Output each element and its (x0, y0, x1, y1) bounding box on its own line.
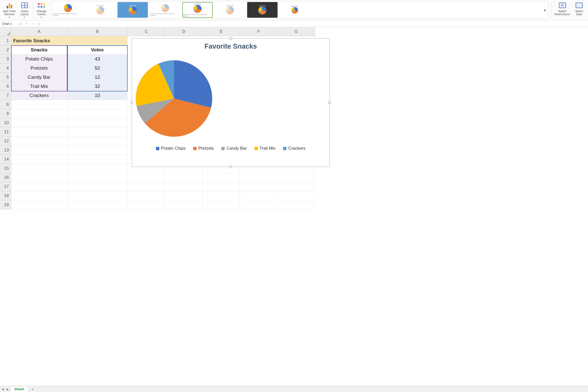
chart-style-2[interactable]: Chart Title (85, 2, 115, 18)
chart-style-6[interactable]: Chart Title (215, 2, 245, 18)
row-header[interactable]: 17 (0, 182, 11, 191)
row-header[interactable]: 4 (0, 64, 11, 73)
row-header[interactable]: 13 (0, 146, 11, 155)
cell[interactable] (128, 191, 165, 200)
resize-handle-top[interactable] (229, 37, 232, 40)
cell[interactable] (203, 173, 240, 182)
name-box[interactable]: Chart 1 ▲▼ (0, 22, 22, 26)
pie-plot-area[interactable] (132, 56, 216, 141)
cell[interactable] (165, 173, 203, 182)
cell[interactable] (11, 173, 67, 182)
row-header[interactable]: 6 (0, 82, 11, 91)
sheet-tab-active[interactable]: Sheet1 (10, 386, 29, 387)
gallery-more-icon[interactable]: ▶ (544, 9, 546, 11)
cell[interactable] (278, 191, 315, 200)
cell[interactable] (67, 118, 128, 127)
cell[interactable] (278, 200, 315, 209)
chart-style-3[interactable]: Chart Title (117, 2, 148, 18)
cell[interactable] (67, 100, 128, 109)
cell[interactable] (11, 118, 67, 127)
cell[interactable]: Votes (67, 45, 128, 54)
row-header[interactable]: 8 (0, 100, 11, 109)
col-header[interactable]: F (240, 27, 278, 36)
resize-handle-left[interactable] (131, 101, 133, 104)
row-header[interactable]: 10 (0, 118, 11, 127)
row-header[interactable]: 12 (0, 136, 11, 146)
select-all-corner[interactable] (0, 27, 11, 36)
cell[interactable] (67, 127, 128, 136)
row-header[interactable]: 11 (0, 127, 11, 136)
cell[interactable] (240, 191, 278, 200)
col-header[interactable]: G (278, 27, 315, 36)
cell[interactable] (11, 155, 67, 164)
row-header[interactable]: 1 (0, 36, 11, 45)
cell[interactable] (240, 200, 278, 209)
col-header[interactable]: A (11, 27, 67, 36)
cell[interactable] (278, 173, 315, 182)
cell[interactable] (165, 200, 203, 209)
cell[interactable]: 52 (67, 64, 128, 73)
cell[interactable] (165, 182, 203, 191)
cell[interactable] (11, 164, 67, 173)
row-header[interactable]: 7 (0, 91, 11, 100)
cell[interactable] (240, 173, 278, 182)
cell[interactable]: Favorite Snacks (11, 36, 128, 45)
quick-layout-button[interactable]: QuickLayout▾ (17, 1, 32, 19)
cell[interactable] (11, 127, 67, 136)
cell[interactable] (165, 191, 203, 200)
cell[interactable] (128, 173, 165, 182)
cell[interactable] (203, 191, 240, 200)
col-header[interactable]: B (67, 27, 128, 36)
cell[interactable]: 43 (67, 54, 128, 64)
cell[interactable] (11, 136, 67, 146)
chart-style-8[interactable]: Chart Title (280, 2, 310, 18)
resize-handle-bottom[interactable] (229, 165, 232, 168)
chart-legend[interactable]: Potato ChipsPretzelsCandy BarTrail MixCr… (132, 146, 329, 151)
name-box-down-icon[interactable]: ▼ (19, 24, 21, 25)
resize-handle-right[interactable] (328, 101, 331, 104)
row-header[interactable]: 16 (0, 173, 11, 182)
formula-input[interactable] (43, 22, 588, 26)
cell[interactable]: 12 (67, 73, 128, 82)
cell[interactable]: Trail Mix (11, 82, 67, 91)
cell[interactable] (67, 109, 128, 118)
cell[interactable]: Potato Chips (11, 54, 67, 64)
cell[interactable] (11, 100, 67, 109)
cell[interactable]: Snacks (11, 45, 67, 54)
legend-item[interactable]: Potato Chips (156, 146, 186, 151)
cell[interactable] (11, 200, 67, 209)
row-header[interactable]: 15 (0, 164, 11, 173)
cell[interactable] (67, 182, 128, 191)
row-header[interactable]: 3 (0, 54, 11, 64)
cell[interactable] (11, 182, 67, 191)
fx-icon[interactable]: fx (37, 22, 40, 26)
enter-icon[interactable]: ✓ (31, 22, 34, 26)
cell[interactable]: 10 (67, 91, 128, 100)
cell[interactable] (67, 200, 128, 209)
cell[interactable] (203, 200, 240, 209)
chart-title[interactable]: Favorite Snacks (132, 38, 329, 50)
cell[interactable] (128, 200, 165, 209)
legend-item[interactable]: Pretzels (193, 146, 214, 151)
col-header[interactable]: E (203, 27, 240, 36)
change-colors-button[interactable]: ChangeColors▾ (34, 1, 49, 19)
cell[interactable] (11, 146, 67, 155)
cell[interactable] (67, 173, 128, 182)
cell[interactable] (67, 191, 128, 200)
chart-style-7[interactable]: Chart Title (247, 2, 278, 18)
embedded-pie-chart[interactable]: Favorite Snacks Potato ChipsPretzelsCand… (132, 38, 330, 167)
legend-item[interactable]: Candy Bar (221, 146, 247, 151)
row-header[interactable]: 5 (0, 73, 11, 82)
chart-style-1[interactable]: Potato C Pretzels Candy B Trail Mix Crac… (53, 2, 83, 18)
add-chart-element-button[interactable]: Add ChartElement▾ (2, 1, 17, 19)
cell[interactable]: 32 (67, 82, 128, 91)
row-header[interactable]: 9 (0, 109, 11, 118)
select-data-button[interactable]: SelectData (572, 1, 586, 16)
legend-item[interactable]: Trail Mix (254, 146, 276, 151)
row-header[interactable]: 19 (0, 200, 11, 209)
cell[interactable] (67, 136, 128, 146)
row-header[interactable]: 2 (0, 45, 11, 54)
switch-row-column-button[interactable]: SwitchRow/Column (553, 1, 572, 16)
cell[interactable]: Crackers (11, 91, 67, 100)
cell[interactable] (67, 146, 128, 155)
